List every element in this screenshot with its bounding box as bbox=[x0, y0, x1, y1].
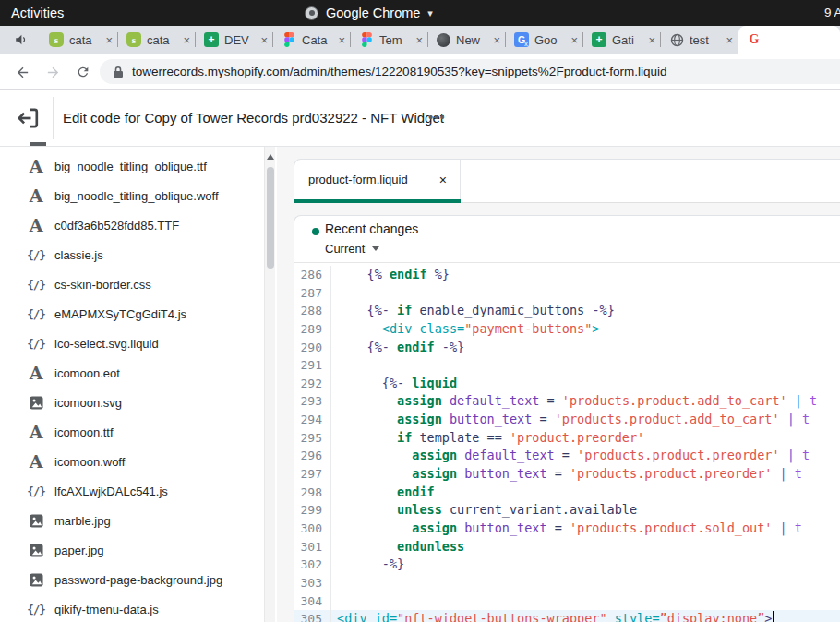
tab-close-button[interactable]: × bbox=[338, 34, 345, 46]
code-line[interactable]: 287 bbox=[294, 284, 840, 303]
figma-favicon-icon bbox=[359, 32, 374, 47]
browser-tab[interactable]: New× bbox=[428, 26, 506, 54]
tab-close-button[interactable]: × bbox=[183, 34, 190, 46]
sheets-favicon-icon: + bbox=[204, 32, 219, 47]
code-line[interactable]: 302 -%} bbox=[294, 556, 840, 574]
tab-close-button[interactable]: × bbox=[648, 34, 655, 46]
editor-tab-close-button[interactable]: × bbox=[439, 172, 447, 188]
tab-close-button[interactable]: × bbox=[570, 34, 578, 46]
content-area: Abig_noodle_titling_oblique.ttfAbig_nood… bbox=[0, 147, 840, 622]
sidebar-scrollbar[interactable] bbox=[264, 147, 275, 622]
activities-button[interactable]: Activities bbox=[11, 0, 64, 26]
partially-scrolled-file-icon bbox=[30, 142, 46, 146]
browser-tab[interactable]: +Gati× bbox=[583, 26, 661, 54]
file-name: icomoon.ttf bbox=[54, 425, 114, 439]
code-line[interactable]: 295 if template == 'product.preorder' bbox=[294, 429, 840, 448]
code-line[interactable]: 292 {%- liquid bbox=[294, 375, 840, 393]
unsaved-changes-dot bbox=[312, 228, 319, 235]
code-area[interactable]: 286 {% endif %}287288 {%- if enable_dyna… bbox=[294, 264, 840, 622]
code-line[interactable]: 286 {% endif %} bbox=[294, 266, 840, 284]
code-line[interactable]: 298 endif bbox=[294, 484, 840, 502]
code-line[interactable]: 299 unless current_variant.available bbox=[294, 501, 840, 520]
file-item[interactable]: {/}cs-skin-border.css bbox=[0, 269, 262, 299]
code-line[interactable]: 293 assign default_text = 'products.prod… bbox=[294, 392, 840, 411]
tab-close-button[interactable]: × bbox=[415, 34, 423, 46]
image-file-icon bbox=[26, 514, 46, 528]
chrome-app-menu[interactable]: Google Chrome ▾ bbox=[305, 0, 433, 26]
file-name: lfcAXLwjkDALc541.js bbox=[54, 484, 168, 498]
browser-tab[interactable]: test× bbox=[661, 26, 738, 54]
code-line[interactable]: 290 {%- endif -%} bbox=[294, 339, 840, 357]
file-item[interactable]: {/}eMAPMXSyTCgGdiT4.js bbox=[0, 299, 262, 329]
code-line[interactable]: 289 <div class="payment-buttons"> bbox=[294, 320, 840, 339]
browser-tab[interactable]: scata× bbox=[41, 26, 118, 54]
browser-tab[interactable]: Tem× bbox=[351, 26, 428, 54]
browser-tab[interactable]: G bbox=[738, 26, 840, 54]
tab-close-button[interactable]: × bbox=[493, 34, 500, 46]
file-item[interactable]: Aicomoon.ttf bbox=[0, 417, 262, 447]
code-file-icon: {/} bbox=[26, 307, 46, 321]
file-name: marble.jpg bbox=[54, 514, 111, 528]
code-line[interactable]: 288 {%- if enable_dynamic_buttons -%} bbox=[294, 302, 840, 320]
caret-down-icon bbox=[372, 246, 379, 251]
scrollbar-up-arrow[interactable] bbox=[267, 154, 274, 160]
exit-code-editor-button[interactable] bbox=[15, 105, 41, 131]
code-file-icon: {/} bbox=[26, 484, 46, 498]
file-item[interactable]: Abig_noodle_titling_oblique.woff bbox=[0, 181, 262, 210]
file-name: eMAPMXSyTCgGdiT4.js bbox=[54, 307, 186, 321]
version-dropdown[interactable]: Current bbox=[325, 242, 379, 256]
tab-close-button[interactable]: × bbox=[260, 34, 268, 46]
code-text bbox=[331, 356, 840, 375]
file-item[interactable]: password-page-background.jpg bbox=[0, 565, 262, 594]
code-line[interactable]: 300 assign button_text = 'products.produ… bbox=[294, 520, 840, 538]
file-item[interactable]: Abig_noodle_titling_oblique.ttf bbox=[0, 151, 262, 181]
file-name: big_noodle_titling_oblique.ttf bbox=[54, 160, 207, 173]
browser-tab[interactable]: scata× bbox=[118, 26, 196, 54]
line-number: 301 bbox=[294, 538, 331, 556]
file-item[interactable]: Aicomoon.woff bbox=[0, 447, 262, 476]
file-item[interactable]: {/}ico-select.svg.liquid bbox=[0, 329, 262, 358]
tab-title: cata bbox=[69, 33, 100, 47]
code-line[interactable]: 297 assign button_text = 'products.produ… bbox=[294, 465, 840, 484]
file-name: ico-select.svg.liquid bbox=[54, 337, 159, 351]
page-header: Edit code for Copy of Tower Records prd0… bbox=[0, 90, 840, 147]
editor-file-tab[interactable]: product-form.liquid × bbox=[294, 160, 461, 202]
system-clock[interactable]: 9 A bbox=[824, 0, 840, 26]
file-item[interactable]: {/}qikify-tmenu-data.js bbox=[0, 594, 262, 622]
file-name: big_noodle_titling_oblique.woff bbox=[54, 189, 219, 203]
image-file-icon bbox=[26, 544, 46, 557]
file-item[interactable]: Aicomoon.eot bbox=[0, 358, 262, 388]
tab-audio-icon[interactable] bbox=[0, 26, 41, 54]
file-item[interactable]: marble.jpg bbox=[0, 506, 262, 535]
file-item[interactable]: {/}classie.js bbox=[0, 240, 262, 269]
code-line[interactable]: 296 assign default_text = 'products.prod… bbox=[294, 447, 840, 465]
back-button[interactable] bbox=[11, 61, 33, 83]
scrollbar-thumb[interactable] bbox=[267, 167, 274, 269]
code-line[interactable]: 304 bbox=[294, 592, 840, 611]
file-item[interactable]: paper.jpg bbox=[0, 535, 262, 565]
forward-button[interactable] bbox=[42, 61, 64, 83]
tab-title: cata bbox=[147, 33, 177, 47]
code-line[interactable]: 303 bbox=[294, 574, 840, 592]
recent-changes-bar: Recent changes Current bbox=[294, 216, 840, 263]
browser-tab[interactable]: GxGoo× bbox=[506, 26, 583, 54]
tab-close-button[interactable]: × bbox=[726, 34, 733, 46]
shopify-favicon-icon: s bbox=[49, 32, 64, 47]
file-item[interactable]: {/}lfcAXLwjkDALc541.js bbox=[0, 476, 262, 506]
code-line[interactable]: 305<div id="nft-widget-buttons-wrapper" … bbox=[294, 610, 840, 622]
editor-card: Recent changes Current 286 {% endif %}28… bbox=[294, 215, 840, 622]
file-name: icomoon.svg bbox=[54, 396, 122, 410]
tab-close-button[interactable]: × bbox=[105, 34, 113, 46]
reload-button[interactable] bbox=[72, 61, 94, 83]
file-item[interactable]: icomoon.svg bbox=[0, 388, 262, 417]
browser-tab[interactable]: Cata× bbox=[273, 26, 351, 54]
more-actions-button[interactable]: ••• bbox=[425, 108, 450, 128]
file-item[interactable]: Ac0df3a6b528fdd85.TTF bbox=[0, 210, 262, 240]
browser-tab[interactable]: +DEV× bbox=[196, 26, 273, 54]
url-bar[interactable]: towerrecords.myshopify.com/admin/themes/… bbox=[100, 59, 840, 84]
code-line[interactable]: 294 assign button_text = 'products.produ… bbox=[294, 411, 840, 429]
code-line[interactable]: 291 bbox=[294, 356, 840, 375]
code-text bbox=[331, 284, 840, 303]
code-line[interactable]: 301 endunless bbox=[294, 538, 840, 556]
code-text: assign button_text = 'products.product.s… bbox=[331, 520, 840, 538]
